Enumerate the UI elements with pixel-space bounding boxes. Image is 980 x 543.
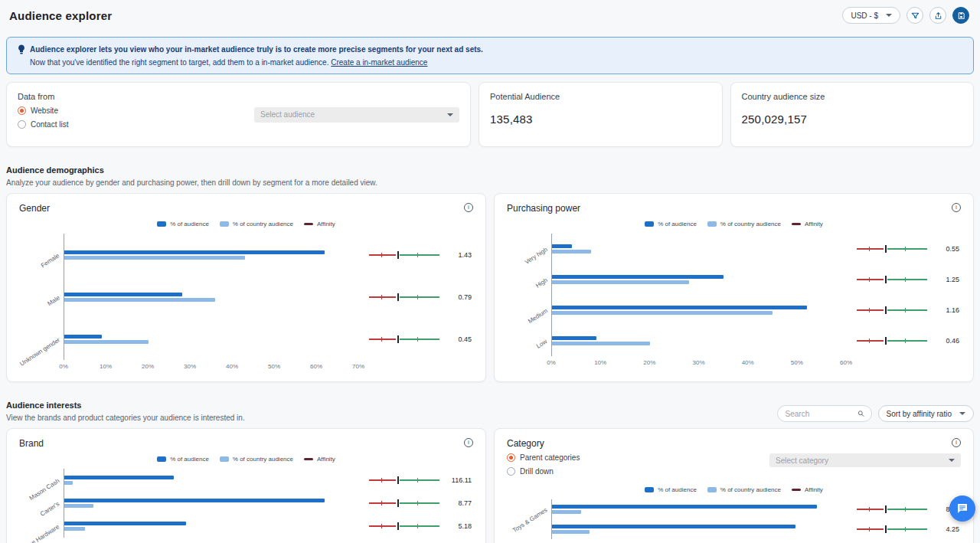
demographics-charts-row: Gender i % of audience % of country audi… [6, 193, 974, 382]
audience-bar [552, 525, 795, 528]
country-bar [64, 340, 149, 344]
bar-group [64, 318, 358, 360]
affinity-cell: 1.16 [846, 295, 961, 325]
audience-select[interactable]: Select audience [254, 107, 459, 123]
radio-dot [507, 453, 515, 462]
country-bar [552, 311, 773, 315]
affinity-cell: 0.46 [846, 325, 961, 356]
country-bar [64, 504, 93, 508]
search-input[interactable] [786, 410, 858, 418]
affinity-marker [857, 275, 927, 284]
affinity-marker [369, 335, 439, 344]
data-from-card: Data from Website Contact list Select au… [6, 82, 471, 147]
affinity-value: 5.18 [446, 522, 472, 530]
bar-group [551, 234, 846, 264]
chat-button[interactable] [949, 496, 975, 522]
chevron-down-icon [949, 459, 955, 465]
interests-section-head: Audience interests View the brands and p… [6, 401, 974, 422]
chart-title: Category [507, 438, 544, 449]
country-bar [552, 530, 590, 534]
interests-controls: Sort by affinity ratio [777, 405, 974, 422]
audience-swatch [157, 221, 166, 227]
radio-drill-down[interactable]: Drill down [507, 467, 580, 476]
affinity-marker [857, 244, 927, 254]
stat-value: 250,029,157 [742, 113, 963, 126]
audience-explorer-page: Audience explorer USD - $ Audience explo… [0, 0, 980, 543]
bar-group [551, 519, 846, 539]
currency-select[interactable]: USD - $ [842, 7, 900, 24]
affinity-value: 8.77 [446, 499, 472, 507]
stat-label: Potential Audience [490, 92, 711, 101]
chart-legend: % of audience % of country audience Affi… [507, 486, 961, 493]
affinity-marker [857, 336, 927, 345]
audience-bar [552, 275, 724, 279]
brand-chart: Mason Cash116.11Carter's8.77Ace Hardware… [19, 469, 473, 538]
banner-headline: Audience explorer lets you view who your… [18, 44, 962, 54]
x-axis-ticks: 0%10%20%30%40%50%60%70% [64, 360, 358, 372]
stat-label: Country audience size [742, 92, 963, 101]
country-bar [552, 342, 650, 345]
sort-select[interactable]: Sort by affinity ratio [878, 405, 974, 422]
radio-parent-categories[interactable]: Parent categories [507, 453, 580, 462]
country-swatch [220, 456, 229, 462]
affinity-marker [369, 293, 439, 302]
category-select[interactable]: Select category [769, 453, 961, 467]
audience-bar [64, 476, 174, 479]
country-swatch [707, 221, 717, 227]
top-bar-controls: USD - $ [842, 7, 969, 24]
bar-group [551, 264, 846, 295]
chart-legend: % of audience % of country audience Affi… [19, 221, 473, 227]
export-button[interactable] [929, 7, 946, 24]
data-from-title: Data from [18, 92, 68, 101]
info-icon[interactable]: i [952, 203, 961, 212]
affinity-cell: 0.45 [358, 318, 473, 360]
affinity-marker [369, 522, 439, 531]
country-bar [552, 280, 689, 284]
category-card: Category i Parent categories Drill down … [494, 428, 974, 543]
affinity-marker [857, 505, 927, 514]
country-bar [552, 510, 581, 514]
audience-bar [64, 499, 325, 502]
audience-bar [552, 336, 596, 340]
funnel-icon [911, 11, 920, 20]
filter-button[interactable] [906, 7, 923, 24]
interests-charts-row: Brand i % of audience % of country audie… [6, 428, 974, 543]
chevron-down-icon [886, 14, 892, 20]
affinity-swatch [792, 223, 801, 225]
info-icon[interactable]: i [464, 438, 473, 447]
affinity-value: 0.55 [933, 245, 959, 253]
audience-bar [552, 306, 807, 309]
purchasing-power-card: Purchasing power i % of audience % of co… [494, 193, 974, 382]
radio-dot [18, 106, 26, 115]
category-chart: Toys & Games8.774.25 [507, 499, 961, 539]
x-axis-ticks: 0%10%20%30%40%50%60% [551, 356, 846, 368]
chevron-down-icon [959, 412, 965, 418]
create-audience-link[interactable]: Create a in-market audience [331, 58, 427, 67]
bar-group [551, 295, 846, 325]
audience-bar [552, 244, 572, 248]
category-label: Male [19, 276, 64, 318]
category-label: Unknown gender [19, 318, 64, 360]
section-subtitle: Analyze your audience by gender and purc… [6, 178, 377, 187]
info-icon[interactable]: i [464, 203, 473, 212]
radio-contact-list[interactable]: Contact list [18, 120, 68, 129]
affinity-marker [857, 306, 927, 315]
affinity-value: 116.11 [446, 476, 472, 484]
info-banner: Audience explorer lets you view who your… [6, 37, 974, 74]
purchasing-power-chart: Very high0.55High1.25Medium1.16Low0.460%… [507, 234, 961, 368]
chart-title: Brand [19, 438, 44, 449]
category-label: Toys & Games [507, 499, 551, 519]
affinity-value: 0.46 [933, 337, 959, 345]
bar-group [551, 499, 846, 519]
top-bar: Audience explorer USD - $ [0, 0, 980, 31]
radio-dot [507, 467, 515, 476]
affinity-cell: 4.25 [846, 519, 961, 539]
affinity-cell: 8.77 [846, 499, 961, 519]
radio-dot [18, 120, 26, 129]
save-icon [957, 11, 965, 20]
section-subtitle: View the brands and product categories y… [6, 414, 245, 422]
save-button[interactable] [952, 7, 969, 24]
info-icon[interactable]: i [952, 438, 961, 447]
country-swatch [220, 221, 229, 227]
radio-website[interactable]: Website [18, 106, 68, 115]
